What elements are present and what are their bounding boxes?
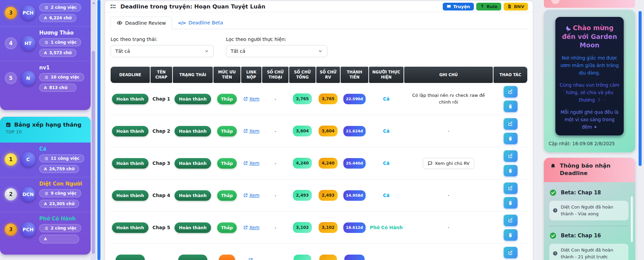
- total-words-pill: 3,604: [293, 126, 312, 136]
- submission-link[interactable]: Xem: [243, 193, 259, 198]
- words-badge: A 24,759 chữ: [39, 165, 79, 173]
- priority-pill: Thấp: [217, 158, 237, 169]
- rule-button[interactable]: Rule: [476, 3, 502, 10]
- table-row: Hoàn thành Chap 3 Hoàn thành Thấp Xem - …: [111, 147, 527, 179]
- rank-badge: 3: [5, 223, 17, 236]
- edit-button[interactable]: [504, 247, 518, 258]
- sidebar-scrollbar-thumb[interactable]: [92, 51, 95, 254]
- status-pill: Hoàn thành: [175, 94, 211, 104]
- status-pill: Hoàn thành: [175, 222, 211, 233]
- deadline-status-pill: [116, 255, 145, 260]
- truyen-button[interactable]: Truyện: [443, 3, 474, 10]
- garden-moon-card: Chào mừng đến với Garden Moon Nơi những …: [555, 17, 624, 135]
- submission-link[interactable]: Xem: [243, 128, 259, 134]
- clock-icon: [553, 251, 558, 256]
- welcome-line-3: Mỗi người ghé qua đều là một vì sao sáng…: [559, 108, 620, 131]
- submission-link[interactable]: Xem: [243, 96, 259, 102]
- tab-deadline-review[interactable]: Deadline Review: [111, 17, 172, 29]
- chap-name: Chap 4: [153, 193, 170, 198]
- col-header: THAO TÁC: [493, 67, 527, 83]
- welcome-line-1: Nơi những giấc mơ được ươm mầm giữa ánh …: [559, 54, 620, 77]
- rank-badge: 3: [5, 7, 17, 19]
- sidebar-scroll-up-arrow[interactable]: [92, 2, 95, 4]
- note-text: -: [448, 192, 450, 199]
- assignee-name: Cá: [383, 96, 389, 102]
- delete-button[interactable]: [504, 197, 518, 209]
- monthly-ranking-title: Bảng xếp hạng tháng: [14, 122, 82, 128]
- tab-deadline-beta[interactable]: </> Deadline Beta: [172, 17, 229, 29]
- notifications-scrollbar-thumb[interactable]: [631, 196, 633, 242]
- welcome-card: Chào mừng đến với Garden Moon Nơi những …: [544, 10, 635, 152]
- status-pill: Hoàn thành: [175, 126, 211, 136]
- view-rv-note-button[interactable]: Xem ghi chú RV: [423, 158, 474, 169]
- status-filter-select[interactable]: Tất cả: [111, 45, 214, 57]
- assignee-name: Cá: [383, 128, 389, 134]
- edit-icon: [508, 153, 513, 159]
- edit-button[interactable]: [504, 86, 518, 98]
- rv-words-pill: [319, 255, 337, 260]
- money-pill: 25.440đ: [343, 158, 366, 169]
- edit-button[interactable]: [504, 118, 518, 130]
- col-header: MỨC ƯU TIÊN: [213, 67, 240, 83]
- assignee-name: Cá: [383, 193, 389, 198]
- eye-icon: [117, 20, 122, 26]
- edit-button[interactable]: [504, 215, 518, 226]
- col-header: GHI CHÚ: [404, 67, 493, 83]
- deadline-status-pill: Hoàn thành: [112, 222, 148, 233]
- letter-a-icon: A: [44, 202, 47, 206]
- deadline-panel: Deadline trong truyện: Hoạn Quan Tuyệt L…: [105, 1, 533, 260]
- submission-link[interactable]: Xem: [243, 225, 259, 230]
- jobs-badge: 9 công việc: [39, 189, 81, 197]
- money-pill: 22.590đ: [343, 94, 366, 104]
- monthly-ranking-subtitle: TOP 10: [6, 129, 85, 134]
- divider: [549, 226, 628, 226]
- list-icon: [44, 75, 48, 80]
- panel-header: Deadline trong truyện: Hoạn Quan Tuyệt L…: [105, 1, 533, 12]
- words-badge: A 6,224 chữ: [39, 14, 76, 22]
- total-words-pill: 2,493: [293, 190, 312, 201]
- table-row: Hoàn thành Chap 5 Hoàn thành Thấp Xem - …: [111, 212, 527, 244]
- edit-button[interactable]: [504, 182, 518, 194]
- status-filter-label: Lọc theo trạng thái:: [111, 37, 214, 42]
- delete-button[interactable]: [504, 101, 518, 112]
- chap-name: Chap 1: [153, 96, 170, 102]
- deadline-status-pill: Hoàn thành: [112, 126, 148, 136]
- check-circle-icon: [549, 232, 557, 239]
- page-scrollbar-left[interactable]: [97, 0, 100, 260]
- list-item: 3 PCH 2 công việc A 6,224 chữ: [0, 0, 91, 26]
- trash-icon: [508, 104, 513, 109]
- table-row: [111, 244, 527, 260]
- notification-title: Beta: Chap 16: [561, 233, 601, 239]
- note-text: -: [448, 128, 450, 134]
- note-text: -: [448, 224, 450, 231]
- status-pill: Hoàn thành: [175, 158, 211, 169]
- delete-button[interactable]: [504, 229, 518, 241]
- delete-button[interactable]: [504, 165, 518, 176]
- welcome-line-2: Cùng nhau vun trồng cảm hứng, sẻ chia và…: [559, 81, 620, 104]
- col-header: LINK NỘP: [241, 67, 261, 83]
- submission-link[interactable]: [248, 258, 254, 260]
- edit-icon: [508, 250, 513, 256]
- notifications-header: Thông báo nhận Deadline: [544, 158, 635, 182]
- bnv-button[interactable]: BNV: [504, 3, 528, 10]
- decorative-circle: [551, 0, 559, 4]
- rv-words-pill: 3,102: [319, 222, 338, 233]
- rank-badge: 5: [5, 72, 17, 84]
- page-scrollbar-right[interactable]: [639, 11, 642, 166]
- edit-button[interactable]: [504, 150, 518, 162]
- chap-name: Chap 2: [153, 128, 170, 134]
- submission-link[interactable]: Xem: [243, 160, 259, 166]
- money-pill: 14.958đ: [343, 190, 366, 201]
- delete-button[interactable]: [504, 133, 518, 144]
- info-sidebar: Chào mừng đến với Garden Moon Nơi những …: [544, 0, 635, 260]
- status-pill: Hoàn thành: [175, 190, 211, 201]
- weekly-ranking-card: 3 PCH 2 công việc A 6,224 chữ 4 HT Hương…: [0, 0, 91, 110]
- total-words-pill: 3,102: [293, 222, 312, 233]
- assignee-filter-select[interactable]: Tất cả: [226, 45, 327, 57]
- chevron-down-icon: [204, 49, 209, 53]
- rank-badge: 4: [5, 37, 17, 49]
- col-header: SỐ CHỮ THOẠI: [262, 67, 289, 83]
- table-row: Hoàn thành Chap 4 Hoàn thành Thấp Xem - …: [111, 179, 527, 212]
- total-words-pill: 3,765: [293, 93, 312, 104]
- assignee-filter-label: Lọc theo người thực hiện:: [226, 37, 327, 42]
